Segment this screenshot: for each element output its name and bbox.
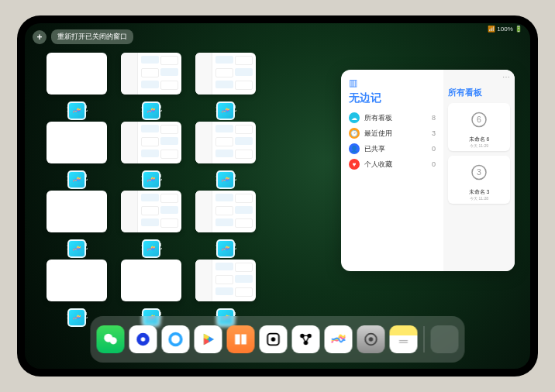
dock-books-icon[interactable] bbox=[227, 325, 255, 353]
svg-text:3: 3 bbox=[477, 167, 481, 177]
window-thumb[interactable]: 无边记 bbox=[47, 260, 107, 321]
sidebar-toggle-icon[interactable]: ▥ bbox=[349, 77, 436, 88]
svg-point-5 bbox=[110, 337, 117, 344]
dock bbox=[91, 316, 465, 363]
dock-dice-icon[interactable] bbox=[260, 325, 288, 353]
svg-point-15 bbox=[369, 337, 374, 342]
window-thumb[interactable]: 无边记 bbox=[195, 260, 256, 321]
side-app-panel[interactable]: ▥ 无边记 ☁所有看板8🕑最近使用3👤已共享0♥个人收藏0 ⋯ 所有看板 6未命… bbox=[341, 70, 515, 271]
freeform-app-icon bbox=[216, 239, 235, 258]
freeform-app-icon bbox=[67, 101, 86, 120]
freeform-app-icon bbox=[142, 170, 160, 189]
dock-settings-icon[interactable] bbox=[357, 325, 385, 353]
reopen-closed-window-button[interactable]: 重新打开已关闭的窗口 bbox=[51, 29, 133, 44]
sidepanel-item-count: 8 bbox=[432, 114, 436, 122]
freeform-app-icon bbox=[216, 170, 235, 189]
window-thumb[interactable]: 无边记 bbox=[47, 122, 107, 183]
sidepanel-item[interactable]: ☁所有看板8 bbox=[349, 110, 436, 126]
sidepanel-item-label: 所有看板 bbox=[364, 113, 392, 123]
dock-quark-icon[interactable] bbox=[162, 325, 190, 353]
dock-play-icon[interactable] bbox=[195, 325, 222, 353]
board-date: 今天 11:29 bbox=[451, 143, 507, 148]
svg-point-8 bbox=[170, 334, 181, 346]
freeform-app-icon bbox=[142, 239, 160, 258]
freeform-app-icon bbox=[142, 101, 160, 120]
dock-freeform-icon[interactable] bbox=[325, 325, 353, 353]
window-thumb[interactable]: 无边记 bbox=[195, 53, 256, 114]
sidepanel-item-count: 3 bbox=[432, 129, 436, 137]
sidepanel-item-icon: 👤 bbox=[349, 143, 360, 154]
window-thumb[interactable]: 无边记 bbox=[47, 53, 107, 114]
sidepanel-item[interactable]: 👤已共享0 bbox=[349, 141, 436, 156]
board-date: 今天 11:28 bbox=[451, 196, 507, 201]
window-thumb[interactable]: 无边记 bbox=[121, 122, 181, 183]
svg-rect-16 bbox=[399, 340, 408, 341]
board-thumb[interactable]: 6未命名 6今天 11:29 bbox=[448, 103, 510, 151]
sidepanel-item[interactable]: ♥个人收藏0 bbox=[349, 156, 436, 172]
board-label: 未命名 6 bbox=[451, 136, 507, 143]
ipad-frame: 📶 100% 🔋 + 重新打开已关闭的窗口 无边记无边记无边记无边记无边记无边记… bbox=[17, 15, 538, 377]
sidepanel-item-icon: ☁ bbox=[349, 112, 360, 123]
screen: 📶 100% 🔋 + 重新打开已关闭的窗口 无边记无边记无边记无边记无边记无边记… bbox=[25, 23, 530, 369]
sidepanel-item-icon: ♥ bbox=[349, 159, 360, 170]
window-thumb[interactable]: 无边记 bbox=[121, 53, 181, 114]
board-label: 未命名 3 bbox=[451, 188, 507, 196]
status-bar: 📶 100% 🔋 bbox=[488, 26, 522, 33]
window-thumb[interactable]: 无边记 bbox=[195, 122, 256, 183]
window-thumb[interactable]: 无边记 bbox=[195, 191, 256, 252]
window-thumb[interactable]: 无边记 bbox=[121, 260, 181, 321]
new-window-button[interactable]: + bbox=[33, 30, 47, 44]
dock-recent-apps[interactable] bbox=[431, 325, 459, 353]
svg-rect-17 bbox=[399, 342, 408, 343]
svg-text:6: 6 bbox=[477, 115, 481, 124]
sidepanel-item[interactable]: 🕑最近使用3 bbox=[349, 126, 436, 141]
app-switcher-grid: 无边记无边记无边记无边记无边记无边记无边记无边记无边记无边记无边记无边记 bbox=[47, 53, 310, 321]
svg-point-7 bbox=[141, 337, 146, 342]
window-thumb[interactable]: 无边记 bbox=[47, 191, 107, 252]
freeform-app-icon bbox=[216, 101, 235, 120]
dock-notes-icon[interactable] bbox=[390, 325, 418, 353]
sidepanel-item-count: 0 bbox=[432, 145, 436, 153]
sidepanel-title: 无边记 bbox=[349, 91, 436, 105]
freeform-app-icon bbox=[67, 308, 86, 327]
sidepanel-item-label: 个人收藏 bbox=[364, 160, 392, 170]
dock-nodes-icon[interactable] bbox=[292, 325, 320, 353]
sidepanel-item-count: 0 bbox=[432, 160, 436, 168]
sidepanel-item-label: 已共享 bbox=[364, 144, 385, 154]
sidepanel-right-title: 所有看板 bbox=[448, 87, 510, 98]
more-icon[interactable]: ⋯ bbox=[502, 73, 510, 81]
sidepanel-item-label: 最近使用 bbox=[364, 129, 392, 139]
freeform-app-icon bbox=[67, 239, 86, 258]
window-thumb[interactable]: 无边记 bbox=[121, 191, 181, 252]
freeform-app-icon bbox=[67, 170, 86, 189]
board-thumb[interactable]: 3未命名 3今天 11:28 bbox=[448, 156, 510, 204]
dock-separator bbox=[424, 326, 425, 352]
svg-point-10 bbox=[272, 338, 275, 341]
dock-app-blue-circle-icon[interactable] bbox=[129, 325, 157, 353]
dock-wechat-icon[interactable] bbox=[97, 325, 125, 353]
sidepanel-item-icon: 🕑 bbox=[349, 128, 360, 139]
